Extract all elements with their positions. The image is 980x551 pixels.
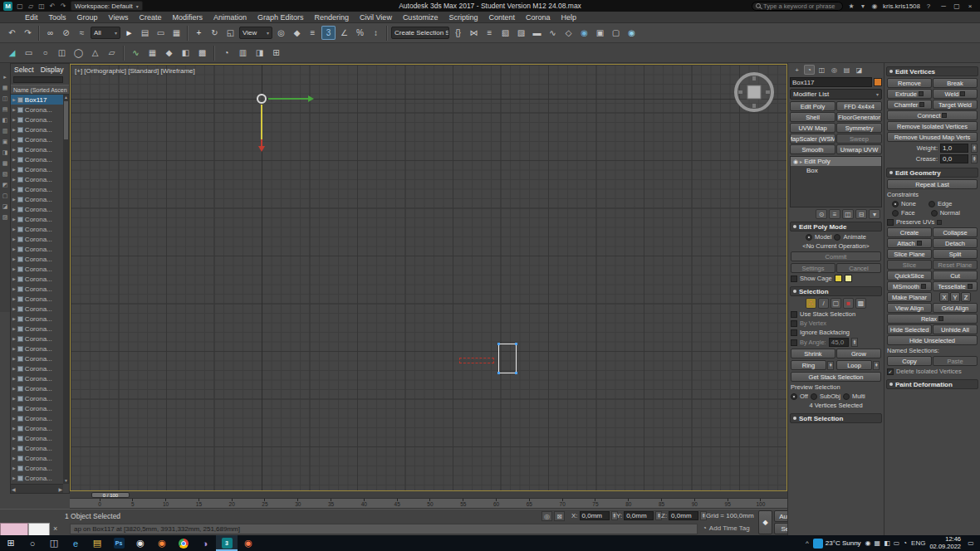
ev-remove-isolated-vertices-button[interactable]: Remove Isolated Vertices (887, 121, 978, 131)
spinner-snap-icon[interactable]: ↕ (369, 26, 383, 40)
snaps-toggle-icon[interactable]: 3 (321, 26, 336, 40)
menu-item-customize[interactable]: Customize (403, 13, 439, 22)
ribbon-tool-icon[interactable]: ◨ (252, 46, 267, 60)
ev-connect-settings-icon[interactable] (942, 113, 947, 118)
ribbon-tool-icon[interactable]: ⊞ (269, 46, 283, 60)
ribbon-tool-icon[interactable]: ∿ (129, 46, 143, 60)
explorer-display-toggle-icon[interactable]: ◧ (1, 116, 9, 124)
scene-object-row[interactable]: ▶Corona... (11, 334, 63, 344)
preview-subobj-radio[interactable] (811, 393, 817, 400)
crease-field[interactable]: 0,0 (940, 154, 968, 163)
set-keys-button[interactable]: ◆ (758, 510, 772, 534)
language-indicator[interactable]: ENG (911, 539, 925, 547)
explorer-display-toggle-icon[interactable]: ▸ (1, 73, 9, 81)
get-stack-selection-button[interactable]: Get Stack Selection (791, 372, 881, 382)
open-file-icon[interactable]: ▱ (26, 1, 36, 11)
scene-object-row[interactable]: ▶Corona... (11, 115, 63, 124)
new-scene-icon[interactable]: ▢ (15, 1, 25, 11)
eg-slice-button[interactable]: Slice (887, 260, 932, 270)
constraint-none-radio[interactable] (892, 201, 899, 207)
viewport[interactable]: [+] [Orthographic] [Standard] [Wireframe… (70, 64, 787, 491)
remove-modifier-icon[interactable]: ⊟ (855, 209, 867, 219)
scene-object-row[interactable]: ▶Corona... (11, 473, 63, 483)
constraint-normal-radio[interactable] (931, 210, 938, 217)
modifier-symmetry-button[interactable]: Symmetry (836, 123, 882, 133)
scene-object-row[interactable]: ▶Corona... (11, 134, 63, 144)
app-icon[interactable]: ◑ (194, 535, 216, 551)
eg-msmooth-button[interactable]: MSmooth (887, 281, 932, 291)
edit-geometry-header[interactable]: Edit Geometry (886, 168, 978, 178)
ring-spinner[interactable] (827, 361, 834, 370)
soft-selection-header[interactable]: Soft Selection (790, 413, 882, 423)
eg-grid-align-button[interactable]: Grid Align (933, 303, 978, 313)
scroll-right-icon[interactable]: ▶ (58, 486, 62, 492)
undo-icon[interactable]: ↶ (47, 1, 57, 11)
ev-connect-button[interactable]: Connect (887, 110, 978, 120)
utilities-tab-icon[interactable]: ◪ (854, 65, 865, 75)
scene-object-row[interactable]: ▶Corona... (11, 254, 63, 264)
scroll-left-icon[interactable]: ◀ (12, 486, 16, 492)
modifier-stack-item[interactable]: Box (791, 166, 881, 175)
scene-object-row[interactable]: ▶Corona... (11, 403, 63, 413)
scene-object-row[interactable]: ▶Corona... (11, 224, 63, 234)
border-mode-icon[interactable]: ▢ (831, 298, 841, 309)
ev-target-weld-button[interactable]: Target Weld (933, 100, 978, 110)
ev-remove-button[interactable]: Remove (887, 78, 932, 88)
edit-vertices-header[interactable]: Edit Vertices (886, 66, 978, 76)
scene-object-row[interactable]: ▶Corona... (11, 324, 63, 334)
ev-weld-settings-icon[interactable] (960, 91, 965, 96)
vertex-handle[interactable] (497, 343, 500, 345)
toggle-layer-explorer-icon[interactable]: ▨ (514, 26, 528, 40)
signed-in-user[interactable]: kris.kris1508 (883, 2, 920, 10)
paste-button[interactable]: Paste (933, 356, 978, 366)
loop-spinner[interactable] (873, 361, 880, 370)
toggle-ribbon-icon[interactable]: ▬ (530, 26, 544, 40)
menu-item-help[interactable]: Help (561, 13, 576, 22)
paint-deformation-header[interactable]: Paint Deformation (886, 379, 978, 389)
display-tab-icon[interactable]: ▤ (841, 65, 852, 75)
scroll-down-icon[interactable]: ▼ (63, 478, 69, 484)
select-and-move-icon[interactable]: + (192, 26, 206, 40)
ev-break-button[interactable]: Break (933, 78, 978, 88)
configure-modifier-sets-icon[interactable]: ▾ (869, 209, 880, 219)
curve-editor-icon[interactable]: ∿ (546, 26, 560, 40)
scene-object-row[interactable]: ▶Corona... (11, 373, 63, 383)
use-stack-selection-checkbox[interactable] (791, 311, 797, 318)
scene-object-row[interactable]: ▶Corona... (11, 443, 63, 453)
modifier-sweep-button[interactable]: Sweep (836, 134, 882, 144)
modifier-list-dropdown[interactable]: Modifier List▾ (790, 89, 882, 100)
menu-item-modifiers[interactable]: Modifiers (172, 13, 203, 22)
maxscript-mini-listener-output[interactable] (28, 523, 50, 536)
action-center-icon[interactable]: ▭ (965, 539, 977, 547)
menu-item-content[interactable]: Content (488, 13, 515, 22)
tray-icon[interactable]: ▦ (875, 539, 881, 547)
redo-icon[interactable]: ↷ (21, 26, 35, 40)
ribbon-tool-icon[interactable]: ◧ (179, 46, 193, 60)
eg-unhide-all-button[interactable]: Unhide All (933, 324, 978, 334)
scene-object-row[interactable]: ▶Corona... (11, 363, 63, 373)
menu-item-rendering[interactable]: Rendering (315, 13, 350, 22)
ribbon-tool-icon[interactable]: ◢ (5, 46, 19, 60)
sign-in-icon[interactable]: ◉ (870, 1, 880, 11)
eg-relax-button[interactable]: Relax (887, 314, 978, 324)
ev-extrude-button[interactable]: Extrude (887, 89, 932, 99)
menu-item-tools[interactable]: Tools (49, 13, 66, 22)
scene-object-row[interactable]: ▶Corona... (11, 304, 63, 314)
select-and-link-icon[interactable]: ∞ (43, 26, 57, 40)
shrink-button[interactable]: Shrink (791, 349, 835, 358)
ring-button[interactable]: Ring (791, 360, 826, 370)
scene-object-row[interactable]: ▶Corona... (11, 164, 63, 174)
scroll-up-icon[interactable]: ▲ (63, 95, 69, 100)
select-object-icon[interactable]: ► (122, 26, 136, 40)
scene-object-row[interactable]: ▶Corona... (11, 314, 63, 324)
polygon-mode-icon[interactable]: ■ (843, 298, 854, 309)
scene-object-row[interactable]: ▶Corona... (11, 344, 63, 354)
hidden-icons-chevron[interactable]: ^ (806, 539, 809, 547)
named-selection-sets-dropdown[interactable]: Create Selection Se▾ (391, 27, 449, 39)
task-view-icon[interactable]: ◫ (43, 535, 65, 551)
cortana-search-icon[interactable]: ○ (22, 535, 43, 551)
ev-chamfer-button[interactable]: Chamfer (887, 100, 932, 110)
help-icon[interactable]: ? (924, 1, 933, 11)
eg-make-planar-button[interactable]: Make Planar (887, 292, 932, 302)
scene-object-row[interactable]: ▶Corona... (11, 184, 63, 194)
